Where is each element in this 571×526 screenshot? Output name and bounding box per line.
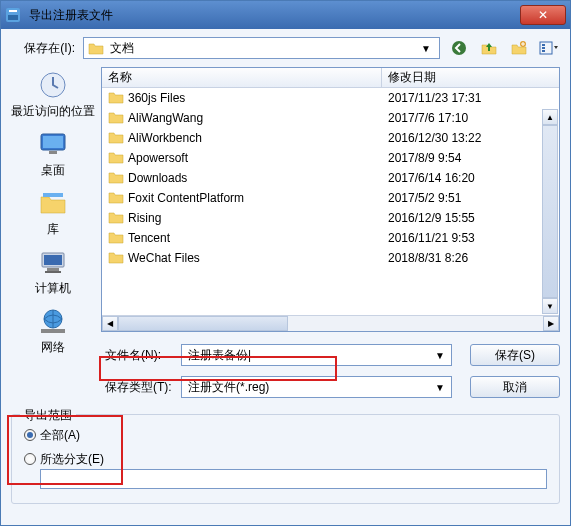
- radio-all[interactable]: 全部(A): [24, 425, 547, 445]
- folder-icon: [108, 150, 124, 167]
- desktop-icon: [37, 128, 69, 160]
- column-header-date[interactable]: 修改日期: [382, 68, 559, 87]
- radio-branch-label: 所选分支(E): [40, 451, 104, 468]
- svg-rect-7: [542, 47, 545, 49]
- export-range-group: 导出范围 全部(A) 所选分支(E): [11, 414, 560, 504]
- scroll-up-button[interactable]: ▲: [542, 109, 558, 125]
- file-list-header: 名称 修改日期: [102, 68, 559, 88]
- svg-rect-16: [47, 268, 59, 271]
- filetype-label: 保存类型(T):: [101, 379, 173, 396]
- filename-fields: 文件名(N): 注册表备份| ▼ 保存(S) 保存类型(T): 注册文件(*.r…: [11, 342, 560, 400]
- sidebar-item-computer[interactable]: 计算机: [35, 244, 71, 299]
- sidebar-item-recent[interactable]: 最近访问的位置: [11, 67, 95, 122]
- file-date: 2016/12/9 15:55: [382, 211, 559, 225]
- file-date: 2017/7/6 17:10: [382, 111, 559, 125]
- network-icon: [37, 305, 69, 337]
- recent-places-icon: [37, 69, 69, 101]
- filename-value: 注册表备份|: [188, 347, 435, 364]
- svg-rect-1: [8, 15, 18, 20]
- chevron-down-icon[interactable]: ▼: [417, 43, 435, 54]
- file-name: Tencent: [128, 231, 170, 245]
- folder-icon: [108, 230, 124, 247]
- svg-rect-8: [542, 50, 545, 52]
- back-button[interactable]: [448, 37, 470, 59]
- table-row[interactable]: Tencent2016/11/21 9:53: [102, 228, 559, 248]
- chevron-down-icon[interactable]: ▼: [435, 382, 445, 393]
- save-in-combo[interactable]: 文档 ▼: [83, 37, 440, 59]
- sidebar-item-label: 最近访问的位置: [11, 103, 95, 120]
- radio-all-label: 全部(A): [40, 427, 80, 444]
- file-date: 2016/12/30 13:22: [382, 131, 559, 145]
- cancel-button[interactable]: 取消: [470, 376, 560, 398]
- scroll-right-button[interactable]: ▶: [543, 316, 559, 331]
- window-title: 导出注册表文件: [27, 7, 520, 24]
- save-in-value: 文档: [110, 40, 417, 57]
- svg-rect-13: [43, 193, 63, 197]
- file-name: Rising: [128, 211, 161, 225]
- table-row[interactable]: Foxit ContentPlatform2017/5/2 9:51: [102, 188, 559, 208]
- column-header-name[interactable]: 名称: [102, 68, 382, 87]
- filename-input[interactable]: 注册表备份| ▼: [181, 344, 452, 366]
- horizontal-scrollbar[interactable]: ◀ ▶: [102, 315, 559, 331]
- sidebar-item-label: 桌面: [41, 162, 65, 179]
- save-in-row: 保存在(I): 文档 ▼: [11, 37, 560, 59]
- svg-rect-15: [44, 255, 62, 265]
- save-button[interactable]: 保存(S): [470, 344, 560, 366]
- scroll-left-button[interactable]: ◀: [102, 316, 118, 331]
- app-icon: [5, 7, 21, 23]
- file-list-pane: 名称 修改日期 360js Files2017/11/23 17:31AliWa…: [101, 67, 560, 332]
- new-folder-button[interactable]: [508, 37, 530, 59]
- table-row[interactable]: WeChat Files2018/8/31 8:26: [102, 248, 559, 268]
- chevron-down-icon[interactable]: ▼: [435, 350, 445, 361]
- places-sidebar: 最近访问的位置 桌面 库 计算机 网络: [11, 67, 95, 332]
- sidebar-item-network[interactable]: 网络: [37, 303, 69, 358]
- radio-selected-branch[interactable]: 所选分支(E): [24, 449, 104, 469]
- svg-rect-5: [540, 42, 552, 54]
- scroll-thumb[interactable]: [542, 125, 558, 298]
- table-row[interactable]: Apowersoft2017/8/9 9:54: [102, 148, 559, 168]
- svg-rect-2: [9, 10, 17, 12]
- svg-rect-11: [43, 136, 63, 148]
- table-row[interactable]: AliWangWang2017/7/6 17:10: [102, 108, 559, 128]
- svg-rect-6: [542, 44, 545, 46]
- folder-icon: [108, 190, 124, 207]
- file-name: 360js Files: [128, 91, 185, 105]
- folder-icon: [108, 110, 124, 127]
- main-area: 最近访问的位置 桌面 库 计算机 网络: [11, 67, 560, 332]
- file-date: 2017/6/14 16:20: [382, 171, 559, 185]
- file-name: AliWorkbench: [128, 131, 202, 145]
- file-date: 2017/5/2 9:51: [382, 191, 559, 205]
- folder-icon: [108, 90, 124, 107]
- export-range-legend: 导出范围: [20, 407, 76, 424]
- radio-icon: [24, 429, 36, 441]
- branch-path-input[interactable]: [40, 469, 547, 489]
- file-date: 2017/11/23 17:31: [382, 91, 559, 105]
- vertical-scrollbar[interactable]: ▲ ▼: [542, 109, 558, 314]
- table-row[interactable]: 360js Files2017/11/23 17:31: [102, 88, 559, 108]
- svg-rect-12: [49, 151, 57, 154]
- sidebar-item-library[interactable]: 库: [37, 185, 69, 240]
- computer-icon: [37, 246, 69, 278]
- filetype-value: 注册文件(*.reg): [188, 379, 435, 396]
- folder-icon: [88, 41, 104, 55]
- svg-point-3: [452, 41, 466, 55]
- table-row[interactable]: Downloads2017/6/14 16:20: [102, 168, 559, 188]
- dialog-body: 保存在(I): 文档 ▼ 最近访问的位置 桌面: [1, 29, 570, 525]
- filename-label: 文件名(N):: [101, 347, 173, 364]
- folder-icon: [108, 130, 124, 147]
- table-row[interactable]: Rising2016/12/9 15:55: [102, 208, 559, 228]
- view-menu-button[interactable]: [538, 37, 560, 59]
- scroll-thumb-h[interactable]: [118, 316, 288, 331]
- filetype-combo[interactable]: 注册文件(*.reg) ▼: [181, 376, 452, 398]
- table-row[interactable]: AliWorkbench2016/12/30 13:22: [102, 128, 559, 148]
- close-button[interactable]: ✕: [520, 5, 566, 25]
- sidebar-item-desktop[interactable]: 桌面: [37, 126, 69, 181]
- dialog-window: 导出注册表文件 ✕ 保存在(I): 文档 ▼ 最近访问的位置: [0, 0, 571, 526]
- library-icon: [37, 187, 69, 219]
- folder-icon: [108, 250, 124, 267]
- file-name: Apowersoft: [128, 151, 188, 165]
- file-list-body[interactable]: 360js Files2017/11/23 17:31AliWangWang20…: [102, 88, 559, 315]
- scroll-down-button[interactable]: ▼: [542, 298, 558, 314]
- file-name: Foxit ContentPlatform: [128, 191, 244, 205]
- up-one-level-button[interactable]: [478, 37, 500, 59]
